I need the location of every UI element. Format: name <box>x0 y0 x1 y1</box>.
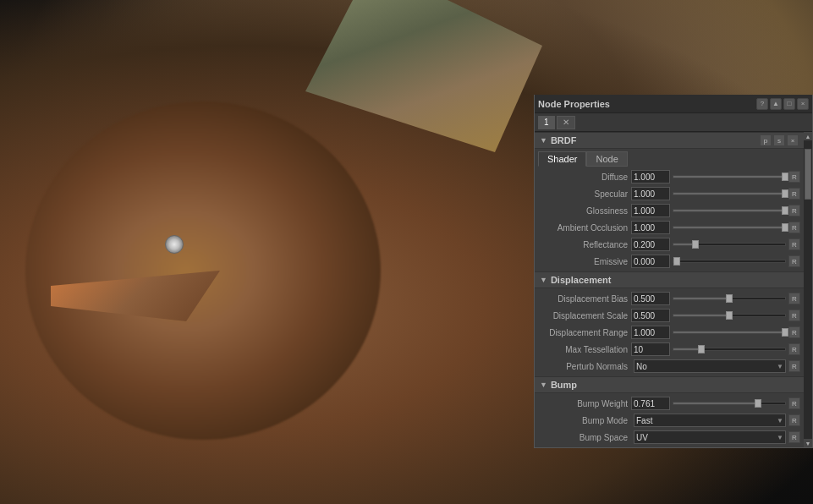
help-button[interactable]: ? <box>756 98 768 110</box>
ambient-occlusion-input[interactable] <box>631 221 670 234</box>
bump-weight-input[interactable] <box>631 397 670 410</box>
close-button[interactable]: × <box>797 98 809 110</box>
glossiness-fill <box>673 210 785 211</box>
displacement-scale-fill <box>673 315 729 316</box>
diffuse-thumb[interactable] <box>782 173 788 181</box>
specular-reset[interactable]: R <box>788 188 800 200</box>
displacement-bias-slider[interactable] <box>673 292 786 305</box>
max-tessellation-reset[interactable]: R <box>788 343 800 355</box>
displacement-arrow[interactable]: ▼ <box>540 276 547 284</box>
ambient-occlusion-thumb[interactable] <box>782 223 788 232</box>
reflectance-thumb[interactable] <box>692 240 699 249</box>
displacement-bias-thumb[interactable] <box>726 294 733 303</box>
toolbar-close-tab[interactable]: ✕ <box>557 116 575 129</box>
emissive-input[interactable] <box>631 255 670 268</box>
displacement-bias-input[interactable] <box>631 292 670 305</box>
specular-thumb[interactable] <box>782 189 788 198</box>
shader-tab[interactable]: Shader <box>538 151 586 167</box>
toolbar-item-1[interactable]: 1 <box>538 116 555 129</box>
scroll-up-arrow[interactable]: ▲ <box>804 132 812 140</box>
bump-weight-thumb[interactable] <box>755 399 761 408</box>
perturb-normals-dropdown[interactable]: No ▼ <box>634 359 786 373</box>
bump-arrow[interactable]: ▼ <box>540 381 547 389</box>
bump-mode-dropdown[interactable]: Fast ▼ <box>634 414 786 427</box>
brdf-p-button[interactable]: p <box>760 134 772 146</box>
displacement-range-thumb[interactable] <box>782 328 788 337</box>
ambient-occlusion-reset[interactable]: R <box>788 222 800 233</box>
diffuse-slider[interactable] <box>673 170 786 184</box>
reflectance-reset[interactable]: R <box>788 238 800 250</box>
bump-space-reset[interactable]: R <box>788 431 800 443</box>
ambient-occlusion-track <box>673 226 786 229</box>
glossiness-thumb[interactable] <box>782 206 788 215</box>
displacement-scale-reset[interactable]: R <box>788 310 800 321</box>
perturb-normals-reset[interactable]: R <box>788 360 800 372</box>
emissive-slider[interactable] <box>673 255 786 268</box>
bump-weight-slider[interactable] <box>673 397 786 410</box>
emissive-thumb[interactable] <box>673 257 680 266</box>
max-tessellation-slider[interactable] <box>673 342 786 356</box>
bump-mode-row: Bump Mode Fast ▼ R <box>535 412 804 429</box>
emissive-label: Emissive <box>538 257 631 266</box>
specular-slider[interactable] <box>673 187 786 200</box>
brdf-x-button[interactable]: × <box>787 134 799 146</box>
brdf-arrow[interactable]: ▼ <box>540 136 547 145</box>
maximize-button[interactable]: □ <box>783 98 795 110</box>
displacement-section-header: ▼ Displacement <box>535 271 804 288</box>
glossiness-label: Glossiness <box>538 206 631 216</box>
displacement-range-label: Displacement Range <box>538 328 631 337</box>
diffuse-row: Diffuse R <box>535 168 804 185</box>
displacement-bias-fill <box>673 298 729 299</box>
panel-scrollbar[interactable]: ▲ ▼ <box>804 132 812 447</box>
displacement-range-row: Displacement Range R <box>535 324 804 341</box>
scroll-thumb[interactable] <box>805 149 811 200</box>
bump-mode-arrow: ▼ <box>777 417 783 425</box>
ambient-occlusion-slider[interactable] <box>673 221 786 234</box>
bump-mode-reset[interactable]: R <box>788 414 800 426</box>
scroll-down-arrow[interactable]: ▼ <box>804 439 812 447</box>
displacement-range-slider[interactable] <box>673 326 786 339</box>
perturb-normals-label: Perturb Normals <box>538 362 631 371</box>
diffuse-reset[interactable]: R <box>788 171 800 183</box>
reflectance-row: Reflectance R <box>535 236 804 253</box>
displacement-bias-row: Displacement Bias R <box>535 290 804 307</box>
minimize-button[interactable]: ▲ <box>770 98 782 110</box>
displacement-bias-reset[interactable]: R <box>788 293 800 304</box>
emissive-reset[interactable]: R <box>788 255 800 267</box>
specular-track <box>673 192 786 195</box>
max-tessellation-label: Max Tessellation <box>538 345 631 354</box>
reflectance-slider[interactable] <box>673 238 786 251</box>
diffuse-input[interactable] <box>631 170 670 184</box>
displacement-scale-thumb[interactable] <box>726 311 733 320</box>
bump-space-label: Bump Space <box>538 433 631 442</box>
brdf-s-button[interactable]: s <box>773 134 785 146</box>
reflectance-label: Reflectance <box>538 240 631 249</box>
ambient-occlusion-fill <box>673 227 785 228</box>
max-tessellation-thumb[interactable] <box>698 345 705 353</box>
bump-properties: Bump Weight R Bump Mode Fast ▼ R <box>535 393 804 447</box>
bump-weight-reset[interactable]: R <box>788 397 800 409</box>
displacement-title: Displacement <box>551 275 799 285</box>
glossiness-reset[interactable]: R <box>788 205 800 216</box>
displacement-scale-slider[interactable] <box>673 309 786 322</box>
perturb-normals-arrow: ▼ <box>777 363 783 370</box>
displacement-scale-input[interactable] <box>631 309 670 322</box>
bump-space-dropdown[interactable]: UV ▼ <box>634 430 786 444</box>
max-tessellation-input[interactable] <box>631 342 670 356</box>
ambient-occlusion-row: Ambient Occlusion R <box>535 219 804 236</box>
bump-weight-fill <box>673 403 758 404</box>
reflectance-track <box>673 243 786 246</box>
glossiness-input[interactable] <box>631 204 670 217</box>
bump-title: Bump <box>551 380 799 390</box>
max-tessellation-track <box>673 348 786 351</box>
specular-input[interactable] <box>631 187 670 200</box>
displacement-scale-row: Displacement Scale R <box>535 307 804 324</box>
reflectance-input[interactable] <box>631 238 670 251</box>
glossiness-slider[interactable] <box>673 204 786 217</box>
node-tab[interactable]: Node <box>586 151 627 167</box>
displacement-range-reset[interactable]: R <box>788 326 800 338</box>
sculpture-eye <box>165 235 184 254</box>
panel-title: Node Properties <box>538 99 610 109</box>
displacement-range-input[interactable] <box>631 326 670 339</box>
bump-weight-label: Bump Weight <box>538 399 631 408</box>
